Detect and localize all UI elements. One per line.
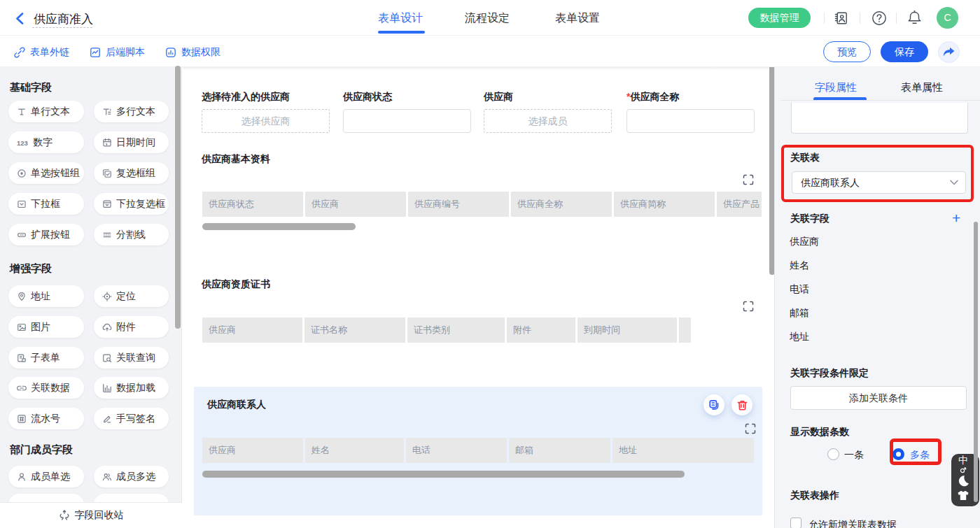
svg-text:123: 123: [17, 139, 28, 147]
